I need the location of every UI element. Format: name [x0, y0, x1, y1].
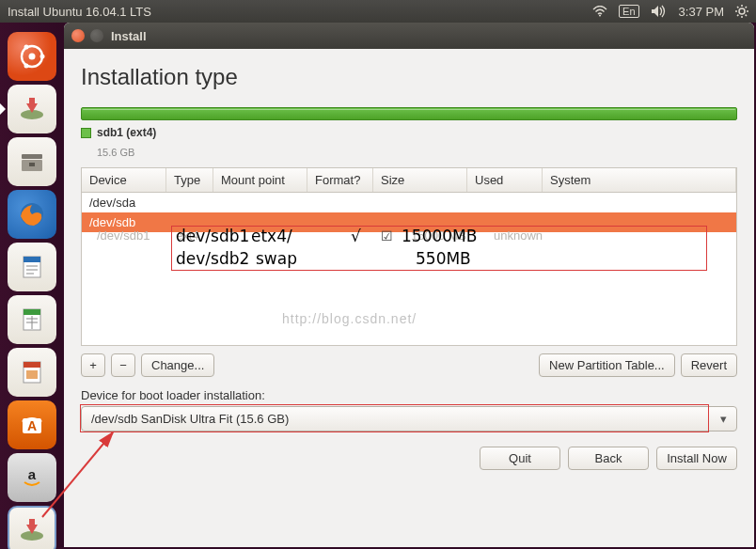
volume-icon[interactable]: [651, 5, 668, 18]
launcher-firefox[interactable]: [8, 190, 56, 239]
svg-text:A: A: [27, 418, 37, 433]
bootloader-label: Device for boot loader installation:: [81, 388, 737, 402]
annot-size2: 550MB: [416, 249, 471, 268]
remove-partition-button[interactable]: −: [111, 353, 135, 377]
svg-point-1: [739, 8, 745, 14]
svg-point-14: [24, 64, 29, 69]
window-title: Install: [111, 29, 147, 43]
svg-text:a: a: [28, 466, 37, 482]
svg-rect-27: [24, 309, 40, 315]
bootloader-device-combo[interactable]: /dev/sdb SanDisk Ultra Fit (15.6 GB): [81, 406, 737, 431]
launcher-amazon[interactable]: a: [8, 453, 56, 502]
launcher-writer[interactable]: [8, 243, 56, 291]
svg-point-11: [29, 54, 36, 60]
svg-point-0: [599, 15, 601, 17]
svg-line-8: [737, 15, 738, 16]
col-mount[interactable]: Mount point: [213, 168, 307, 192]
change-partition-button[interactable]: Change...: [141, 353, 214, 377]
svg-line-9: [746, 7, 747, 8]
svg-rect-19: [29, 163, 35, 166]
new-partition-table-button[interactable]: New Partition Table...: [539, 353, 675, 377]
close-icon[interactable]: [71, 29, 85, 42]
language-indicator[interactable]: En: [619, 5, 638, 18]
svg-rect-16: [29, 98, 35, 104]
annot-chk1: √: [351, 227, 361, 245]
svg-rect-32: [24, 362, 40, 368]
row-used: unknown: [494, 228, 543, 243]
back-button[interactable]: Back: [568, 447, 649, 470]
clock[interactable]: 3:37 PM: [679, 5, 724, 19]
svg-rect-22: [24, 257, 40, 262]
top-bar-title: Install Ubuntu 16.04.1 LTS: [8, 5, 151, 19]
launcher-installer-running[interactable]: [8, 506, 56, 549]
launcher: A a: [0, 23, 64, 549]
partition-usage-bar: [81, 107, 737, 120]
quit-button[interactable]: Quit: [480, 447, 560, 470]
row-device: /dev/sdb1: [97, 228, 150, 243]
launcher-software[interactable]: A: [8, 400, 56, 449]
col-type[interactable]: Type: [166, 168, 213, 192]
col-format[interactable]: Format?: [307, 168, 373, 192]
partition-size: 15.6 GB: [97, 147, 737, 158]
partition-name: sdb1 (ext4): [97, 126, 156, 139]
col-device[interactable]: Device: [82, 168, 166, 192]
annot-dev2: dev/sdb2: [176, 249, 249, 268]
row-format-checkbox[interactable]: ☑: [381, 228, 393, 243]
launcher-calc[interactable]: [8, 295, 56, 344]
launcher-installer[interactable]: [8, 85, 56, 133]
annot-fs2: swap: [256, 249, 297, 268]
install-now-button[interactable]: Install Now: [656, 447, 737, 470]
svg-line-6: [737, 7, 738, 8]
top-menu-bar: Install Ubuntu 16.04.1 LTS En 3:37 PM: [0, 0, 756, 23]
svg-rect-17: [22, 154, 42, 159]
col-size[interactable]: Size: [373, 168, 467, 192]
svg-point-13: [24, 45, 29, 50]
table-row[interactable]: /dev/sda: [82, 193, 736, 212]
annot-size1: 15000MB: [402, 227, 477, 245]
col-system[interactable]: System: [543, 168, 736, 192]
add-partition-button[interactable]: +: [81, 353, 105, 377]
gear-icon[interactable]: [735, 5, 748, 18]
partition-table[interactable]: Device Type Mount point Format? Size Use…: [81, 167, 737, 346]
partition-swatch: [81, 128, 91, 138]
svg-rect-33: [26, 370, 38, 379]
revert-button[interactable]: Revert: [681, 353, 737, 377]
svg-point-12: [40, 55, 45, 59]
col-used[interactable]: Used: [467, 168, 543, 192]
titlebar[interactable]: Install: [64, 23, 754, 49]
installer-window: Install Installation type sdb1 (ext4) 15…: [64, 23, 754, 547]
annot-fs1: etx4/: [251, 227, 292, 245]
page-title: Installation type: [81, 64, 737, 90]
launcher-files[interactable]: [8, 137, 56, 186]
annot-dev1: dev/sdb1: [176, 227, 249, 245]
minimize-icon[interactable]: [90, 29, 103, 42]
svg-line-7: [746, 15, 747, 16]
wifi-icon[interactable]: [592, 6, 607, 17]
svg-rect-38: [29, 519, 35, 525]
launcher-impress[interactable]: [8, 348, 56, 397]
launcher-dash[interactable]: [8, 32, 56, 81]
